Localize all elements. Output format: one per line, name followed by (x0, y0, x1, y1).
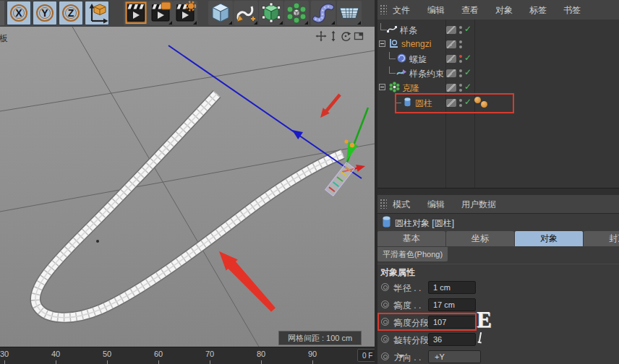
3d-viewport[interactable]: 面板 (0, 27, 375, 347)
coordinate-system-button[interactable] (85, 1, 109, 25)
render-view-button[interactable] (124, 1, 148, 25)
orientation-dropdown[interactable]: +Y (428, 350, 481, 363)
attribute-manager-menubar: 模式 编辑 用户数据 (377, 195, 619, 214)
edit-render-settings-button[interactable] (173, 1, 197, 25)
lock-z-axis-button[interactable]: Z (59, 1, 83, 25)
enable-check[interactable]: ✓ (464, 53, 471, 63)
tab-phong[interactable]: 平滑着色(Phong) (377, 247, 448, 261)
clone-cylinder-wireframe (325, 162, 355, 196)
spline-icon (387, 24, 398, 35)
coordinate-system-icon (85, 1, 110, 26)
enable-check[interactable]: ✓ (464, 24, 471, 34)
cube-icon (208, 1, 233, 25)
stepper-icon[interactable] (393, 284, 398, 292)
stepper-icon[interactable] (393, 301, 398, 309)
field-orientation: 方向 . . +Y (377, 350, 544, 364)
timeline-tick: 80 (253, 350, 269, 358)
timeline-ruler[interactable]: 30 40 50 60 70 80 90 0 F (0, 347, 375, 364)
key-radio-icon[interactable] (381, 335, 389, 343)
annotation-arrow-small (320, 95, 340, 118)
array-object-button[interactable] (284, 1, 309, 25)
key-radio-icon[interactable] (381, 352, 389, 360)
timeline-tick: 70 (202, 350, 218, 358)
tab-basic[interactable]: 基本 (377, 231, 445, 246)
visibility-toggle[interactable] (446, 84, 456, 92)
tutorial-highlight-height-segments (377, 313, 477, 331)
om-menu-bookmark[interactable]: 书签 (563, 4, 581, 17)
grid-spacing-label: 网格间距 : 100 cm (278, 331, 362, 345)
scale-handle-dot (350, 143, 354, 147)
am-menu-mode[interactable]: 模式 (393, 199, 410, 211)
cylinder-title-icon (381, 215, 392, 229)
enable-check[interactable]: ✓ (464, 67, 471, 77)
stepper-icon[interactable] (393, 336, 398, 344)
helix-icon (396, 53, 407, 64)
am-menu-userdata[interactable]: 用户数据 (461, 199, 496, 211)
right-panel: 文件 编辑 查看 对象 标签 书签 样条 ✓ (377, 0, 619, 364)
height-input[interactable]: 17 cm (428, 298, 476, 311)
main-toolbar: X Y Z (0, 0, 375, 27)
key-radio-icon[interactable] (381, 300, 389, 308)
freehand-spline-button[interactable] (234, 1, 258, 25)
scale-handle-dot-2 (344, 139, 348, 143)
y-axis-gizmo (346, 108, 368, 164)
render-dots[interactable] (459, 40, 462, 43)
render-dots[interactable] (459, 69, 462, 72)
field-radius: 半径 . . 1 cm (377, 280, 544, 295)
lock-x-axis-button[interactable]: X (7, 1, 31, 25)
timeline-tick: 60 (150, 350, 166, 358)
am-menu-edit[interactable]: 编辑 (427, 199, 445, 211)
current-frame-field[interactable]: 0 F (357, 349, 375, 362)
om-menu-object[interactable]: 对象 (495, 4, 513, 17)
add-cube-button[interactable] (208, 1, 233, 25)
spline-wrap-icon (396, 67, 407, 78)
om-menu-file[interactable]: 文件 (393, 4, 410, 17)
om-menu-edit[interactable]: 编辑 (427, 4, 445, 17)
text-cursor-badge: E (477, 308, 492, 332)
bend-deformer-button[interactable] (311, 1, 336, 25)
null-object-icon (388, 38, 399, 49)
visibility-toggle[interactable] (446, 26, 456, 34)
tab-coordinates[interactable]: 坐标 (446, 231, 514, 246)
key-radio-icon[interactable] (381, 283, 389, 291)
lock-y-axis-button[interactable]: Y (33, 1, 57, 25)
tab-object[interactable]: 对象 (515, 231, 583, 246)
clipped-tool-button[interactable] (0, 1, 4, 25)
visibility-toggle[interactable] (446, 40, 456, 48)
timeline-tick: 50 (99, 350, 115, 358)
tree-row-cloner[interactable]: 克隆 ✓ (377, 80, 619, 95)
enable-check[interactable]: ✓ (464, 82, 471, 92)
tutorial-highlight-cylinder-row (395, 93, 514, 113)
x-axis-icon: X (10, 4, 27, 22)
visibility-toggle[interactable] (446, 69, 456, 77)
timeline-tick: 30 (0, 350, 12, 358)
rope-object (35, 94, 343, 318)
visibility-toggle[interactable] (446, 55, 456, 63)
radius-input[interactable]: 1 cm (428, 281, 476, 294)
cloner-icon (389, 82, 400, 92)
collapse-expander[interactable] (379, 40, 385, 47)
render-dots-red[interactable] (459, 55, 462, 58)
floor-object-icon (337, 1, 362, 25)
render-dots[interactable] (459, 84, 462, 87)
field-height: 高度 . . 17 cm (377, 298, 544, 313)
scene-canvas (0, 27, 375, 347)
tree-row-shengzi[interactable]: shengzi (377, 37, 619, 51)
render-to-picture-viewer-button[interactable] (148, 1, 173, 25)
menubar-grip[interactable] (380, 4, 387, 14)
render-settings-icon (173, 1, 197, 25)
floor-object-button[interactable] (337, 1, 362, 25)
tree-row-spline[interactable]: 样条 ✓ (377, 22, 619, 37)
tree-row-spline-wrap[interactable]: 样条约束 ✓ (377, 66, 619, 80)
render-picture-viewer-icon (148, 1, 173, 25)
tab-caps[interactable]: 封顶 (584, 231, 619, 246)
render-dots[interactable] (459, 26, 462, 29)
tree-row-helix[interactable]: 螺旋 ✓ (377, 51, 619, 66)
om-menu-view[interactable]: 查看 (461, 4, 479, 17)
menubar-grip[interactable] (380, 199, 387, 209)
subdivision-surface-button[interactable] (259, 1, 283, 25)
annotation-arrow-big (219, 251, 276, 312)
rotation-segments-input[interactable]: 36 (428, 333, 476, 346)
collapse-expander[interactable] (379, 84, 385, 90)
om-menu-tags[interactable]: 标签 (529, 4, 547, 17)
